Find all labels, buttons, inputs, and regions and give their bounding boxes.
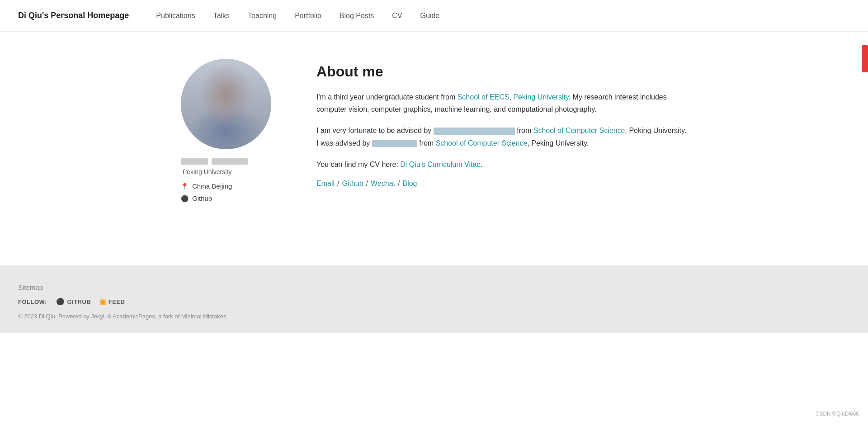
sidebar: Peking University 📍 China Beijing ⚫ Gith… — [181, 59, 289, 202]
github-item[interactable]: ⚫ Github — [181, 194, 289, 202]
follow-row: FOLLOW: ⚫ GITHUB ▣ FEED — [18, 298, 850, 306]
school-cs2-link[interactable]: School of Computer Science — [436, 139, 528, 147]
sep-3: / — [398, 180, 400, 188]
blog-link[interactable]: Blog — [402, 180, 417, 188]
site-footer: Sitemap FOLLOW: ⚫ GITHUB ▣ FEED © 2023 D… — [0, 265, 868, 333]
cv-link[interactable]: Di Qiu's Curriculum Vitae — [400, 161, 481, 168]
sep-2: / — [366, 180, 368, 188]
about-title: About me — [316, 63, 687, 80]
nav-cv[interactable]: CV — [392, 12, 402, 20]
nav-publications[interactable]: Publications — [156, 12, 195, 20]
social-links-row: Email / Github / Wechat / Blog — [316, 180, 687, 188]
site-header: Di Qiu's Personal Homepage Publications … — [0, 0, 868, 32]
para1-comma: , — [509, 93, 513, 101]
prof1-link[interactable] — [434, 127, 515, 134]
name-block-2 — [212, 158, 248, 165]
github-social-link[interactable]: Github — [342, 180, 363, 188]
location-text: China Beijing — [192, 182, 232, 190]
nav-talks[interactable]: Talks — [213, 12, 230, 20]
school-eecs-link[interactable]: School of EECS — [458, 93, 509, 101]
copyright-text: © 2023 Di Qiu. Powered by Jekyll & Acade… — [18, 313, 850, 320]
main-nav: Publications Talks Teaching Portfolio Bl… — [156, 12, 439, 20]
para3-suffix: . — [481, 161, 482, 168]
github-follow-link[interactable]: ⚫ GITHUB — [56, 298, 91, 306]
main-content: Peking University 📍 China Beijing ⚫ Gith… — [163, 32, 705, 229]
github-icon: ⚫ — [181, 195, 189, 202]
github-link[interactable]: Github — [192, 194, 212, 202]
sep-1: / — [337, 180, 339, 188]
wechat-link[interactable]: Wechat — [371, 180, 395, 188]
para2-from: from — [515, 127, 533, 134]
nav-guide[interactable]: Guide — [420, 12, 440, 20]
para2-prefix: I am very fortunate to be advised by — [316, 127, 434, 134]
avatar — [181, 59, 271, 149]
school-cs1-link[interactable]: School of Computer Science — [533, 127, 625, 134]
nav-blog-posts[interactable]: Blog Posts — [340, 12, 374, 20]
nav-portfolio[interactable]: Portfolio — [295, 12, 321, 20]
university-label: Peking University — [181, 168, 289, 175]
peking-university-link[interactable]: Peking University — [513, 93, 568, 101]
rss-icon: ▣ — [100, 298, 106, 305]
watermark: CSDN ©QiuDi666 — [816, 411, 859, 417]
paragraph-1: I'm a third year undergraduate student f… — [316, 91, 687, 115]
location-item: 📍 China Beijing — [181, 182, 289, 190]
feed-label: FEED — [108, 298, 125, 305]
name-block-1 — [181, 158, 208, 165]
scrollbar-indicator — [862, 45, 868, 72]
github-footer-icon: ⚫ — [56, 298, 65, 306]
paragraph-2: I am very fortunate to be advised by fro… — [316, 124, 687, 149]
para1-prefix: I'm a third year undergraduate student f… — [316, 93, 458, 101]
github-follow-label: GITHUB — [67, 298, 91, 305]
sitemap-label: Sitemap — [18, 284, 850, 291]
prof2-link[interactable] — [372, 139, 417, 147]
site-title: Di Qiu's Personal Homepage — [18, 11, 129, 20]
nav-teaching[interactable]: Teaching — [248, 12, 277, 20]
feed-follow-link[interactable]: ▣ FEED — [100, 298, 125, 305]
para2-from2: from — [417, 139, 436, 147]
email-link[interactable]: Email — [316, 180, 335, 188]
para2-end: , Peking University. — [527, 139, 589, 147]
para3-prefix: You can find my CV here: — [316, 161, 400, 168]
name-bar — [181, 158, 289, 165]
paragraph-3: You can find my CV here: Di Qiu's Curric… — [316, 158, 687, 170]
location-icon: 📍 — [181, 183, 189, 190]
sidebar-info: 📍 China Beijing ⚫ Github — [181, 182, 289, 202]
about-section: About me I'm a third year undergraduate … — [316, 59, 687, 202]
avatar-image — [181, 59, 271, 149]
follow-label: FOLLOW: — [18, 298, 47, 305]
